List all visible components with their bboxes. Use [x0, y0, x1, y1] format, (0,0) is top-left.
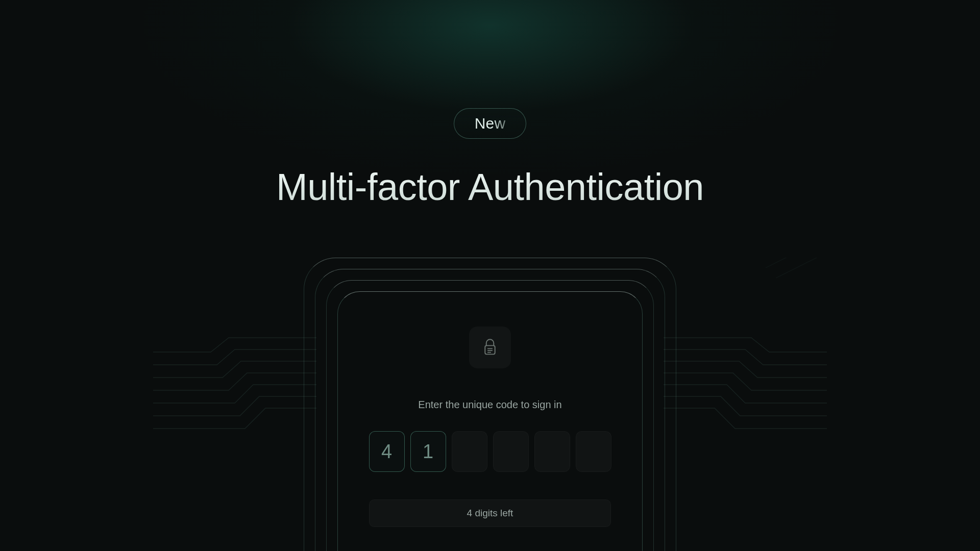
code-digit-3[interactable] [452, 431, 487, 472]
code-digit-5[interactable] [534, 431, 570, 472]
code-input-group: 4 1 [369, 431, 611, 472]
lock-icon [482, 339, 498, 356]
digits-remaining-status: 4 digits left [369, 499, 611, 527]
mfa-card: Enter the unique code to sign in 4 1 4 d… [357, 316, 623, 527]
new-badge-label: New [475, 115, 506, 132]
code-digit-1[interactable]: 4 [369, 431, 405, 472]
code-digit-6[interactable] [576, 431, 611, 472]
code-digit-2[interactable]: 1 [410, 431, 446, 472]
code-digit-4[interactable] [493, 431, 529, 472]
lock-tile [469, 327, 511, 368]
svg-rect-0 [485, 345, 495, 354]
page-title: Multi-factor Authentication [276, 165, 704, 209]
new-badge: New [454, 108, 527, 139]
mfa-instruction: Enter the unique code to sign in [418, 399, 561, 411]
